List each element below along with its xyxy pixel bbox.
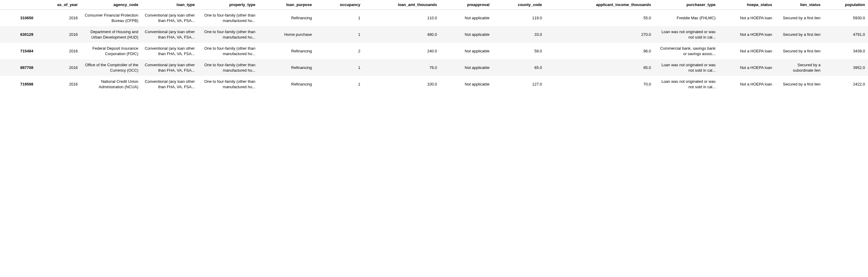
cell-hoepa-status: Not a HOEPA loan [719, 43, 775, 59]
cell-population: 4791.0 [824, 26, 868, 43]
cell-purchaser-type: Loan was not originated or was not sold … [654, 26, 719, 43]
table-row: 715484 2016 Federal Deposit Insurance Co… [0, 43, 868, 59]
cell-loan-amt: 76.0 [363, 59, 440, 76]
cell-income: 55.0 [545, 10, 654, 27]
cell-purchaser-type: Loan was not originated or was not sold … [654, 59, 719, 76]
cell-agency-code: Office of the Comptroller of the Currenc… [81, 59, 141, 76]
cell-preapproval: Not applicable [440, 76, 492, 92]
cell-loan-type: Conventional (any loan other than FHA, V… [141, 59, 198, 76]
cell-lien-status: Secured by a subordinate lien [775, 59, 824, 76]
cell-purchaser-type: Loan was not originated or was not sold … [654, 76, 719, 92]
cell-loan-purpose: Refinancing [258, 76, 315, 92]
cell-income: 96.0 [545, 43, 654, 59]
cell-loan-purpose: Refinancing [258, 59, 315, 76]
col-header-loan-type: loan_type [141, 0, 198, 10]
table-row: 719598 2016 National Credit Union Admini… [0, 76, 868, 92]
cell-agency-code: Department of Housing and Urban Developm… [81, 26, 141, 43]
cell-loan-amt: 100.0 [363, 76, 440, 92]
col-header-property-type: property_type [198, 0, 258, 10]
cell-county-code: 33.0 [492, 26, 545, 43]
cell-population: 3439.0 [824, 43, 868, 59]
col-header-lien-status: lien_status [775, 0, 824, 10]
col-header-as-of-year: as_of_year [36, 0, 81, 10]
cell-county-code: 127.0 [492, 76, 545, 92]
col-header-preapproval: preapproval [440, 0, 492, 10]
cell-occupancy: 2 [315, 43, 363, 59]
cell-loan-amt: 480.0 [363, 26, 440, 43]
cell-income: 270.0 [545, 26, 654, 43]
cell-property-type: One to four-family (other than manufactu… [198, 59, 258, 76]
table-body: 310650 2016 Consumer Financial Protectio… [0, 10, 868, 93]
col-header-index [0, 0, 36, 10]
col-header-county-code: county_code [492, 0, 545, 10]
cell-as-of-year: 2016 [36, 26, 81, 43]
cell-occupancy: 1 [315, 59, 363, 76]
cell-property-type: One to four-family (other than manufactu… [198, 43, 258, 59]
cell-lien-status: Secured by a first lien [775, 10, 824, 27]
cell-preapproval: Not applicable [440, 43, 492, 59]
cell-hoepa-status: Not a HOEPA loan [719, 76, 775, 92]
cell-loan-type: Conventional (any loan other than FHA, V… [141, 43, 198, 59]
cell-preapproval: Not applicable [440, 26, 492, 43]
table-row: 630129 2016 Department of Housing and Ur… [0, 26, 868, 43]
col-header-loan-purpose: loan_purpose [258, 0, 315, 10]
cell-county-code: 65.0 [492, 59, 545, 76]
cell-index: 630129 [0, 26, 36, 43]
cell-loan-purpose: Refinancing [258, 10, 315, 27]
cell-loan-amt: 110.0 [363, 10, 440, 27]
cell-as-of-year: 2016 [36, 59, 81, 76]
cell-as-of-year: 2016 [36, 76, 81, 92]
cell-loan-purpose: Home purchase [258, 26, 315, 43]
cell-loan-amt: 240.0 [363, 43, 440, 59]
col-header-population: population [824, 0, 868, 10]
cell-hoepa-status: Not a HOEPA loan [719, 26, 775, 43]
cell-property-type: One to four-family (other than manufactu… [198, 26, 258, 43]
cell-population: 3952.0 [824, 59, 868, 76]
cell-occupancy: 1 [315, 26, 363, 43]
cell-agency-code: National Credit Union Administration (NC… [81, 76, 141, 92]
cell-index: 310650 [0, 10, 36, 27]
cell-loan-type: Conventional (any loan other than FHA, V… [141, 26, 198, 43]
cell-lien-status: Secured by a first lien [775, 43, 824, 59]
cell-property-type: One to four-family (other than manufactu… [198, 76, 258, 92]
col-header-hoepa-status: hoepa_status [719, 0, 775, 10]
cell-hoepa-status: Not a HOEPA loan [719, 59, 775, 76]
table-header: as_of_year agency_code loan_type propert… [0, 0, 868, 10]
cell-index: 887708 [0, 59, 36, 76]
cell-index: 715484 [0, 43, 36, 59]
col-header-occupancy: occupancy [315, 0, 363, 10]
cell-population: 2422.0 [824, 76, 868, 92]
dataframe-table: as_of_year agency_code loan_type propert… [0, 0, 868, 92]
col-header-purchaser-type: purchaser_type [654, 0, 719, 10]
cell-population: 5930.0 [824, 10, 868, 27]
cell-county-code: 59.0 [492, 43, 545, 59]
cell-county-code: 119.0 [492, 10, 545, 27]
table-row: 887708 2016 Office of the Comptroller of… [0, 59, 868, 76]
cell-preapproval: Not applicable [440, 59, 492, 76]
col-header-loan-amt: loan_amt_thousands [363, 0, 440, 10]
cell-agency-code: Consumer Financial Protection Bureau (CF… [81, 10, 141, 27]
cell-purchaser-type: Freddie Mac (FHLMC) [654, 10, 719, 27]
cell-agency-code: Federal Deposit Insurance Corporation (F… [81, 43, 141, 59]
cell-loan-purpose: Refinancing [258, 43, 315, 59]
cell-income: 70.0 [545, 76, 654, 92]
cell-as-of-year: 2016 [36, 43, 81, 59]
table-row: 310650 2016 Consumer Financial Protectio… [0, 10, 868, 27]
cell-lien-status: Secured by a first lien [775, 26, 824, 43]
col-header-agency-code: agency_code [81, 0, 141, 10]
cell-purchaser-type: Commercial bank, savings bank or savings… [654, 43, 719, 59]
cell-property-type: One to four-family (other than manufactu… [198, 10, 258, 27]
cell-loan-type: Conventional (any loan other than FHA, V… [141, 10, 198, 27]
cell-occupancy: 1 [315, 10, 363, 27]
cell-index: 719598 [0, 76, 36, 92]
cell-occupancy: 1 [315, 76, 363, 92]
cell-loan-type: Conventional (any loan other than FHA, V… [141, 76, 198, 92]
cell-as-of-year: 2016 [36, 10, 81, 27]
cell-hoepa-status: Not a HOEPA loan [719, 10, 775, 27]
cell-preapproval: Not applicable [440, 10, 492, 27]
col-header-income: applicant_income_thousands [545, 0, 654, 10]
cell-lien-status: Secured by a first lien [775, 76, 824, 92]
cell-income: 85.0 [545, 59, 654, 76]
